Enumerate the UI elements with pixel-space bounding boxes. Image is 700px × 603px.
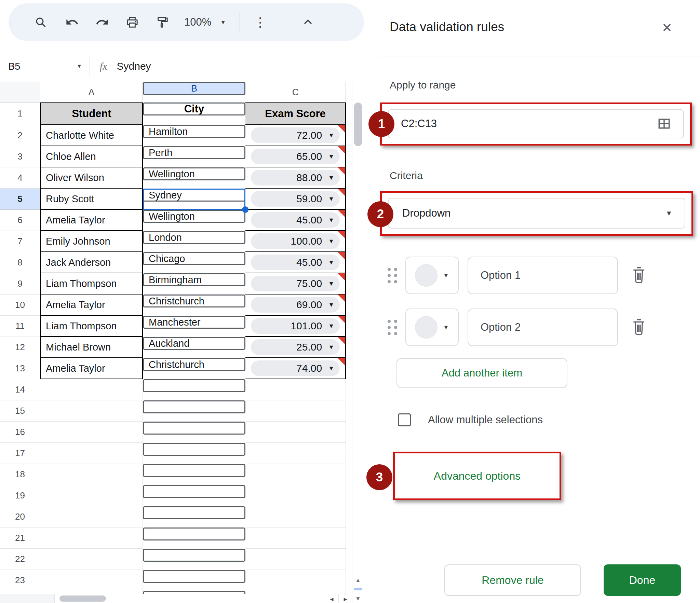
- more-options-icon[interactable]: ⋮: [253, 15, 268, 30]
- score-dropdown-chip[interactable]: 45.00▼: [251, 255, 340, 270]
- column-header-a[interactable]: A: [40, 82, 143, 102]
- empty-cell[interactable]: [40, 549, 143, 570]
- fill-handle[interactable]: [242, 206, 248, 213]
- score-dropdown-chip[interactable]: 59.00▼: [251, 191, 340, 207]
- cell-city[interactable]: Hamilton: [143, 125, 245, 138]
- row-header-2[interactable]: 2: [0, 125, 40, 146]
- cell-student[interactable]: Chloe Allen: [40, 146, 143, 167]
- empty-cell[interactable]: [143, 527, 245, 540]
- score-dropdown-chip[interactable]: 72.00▼: [251, 127, 340, 143]
- score-dropdown-chip[interactable]: 45.00▼: [251, 212, 340, 228]
- advanced-options-button[interactable]: Advanced options: [434, 470, 521, 482]
- criteria-select[interactable]: Dropdown ▼: [388, 198, 685, 229]
- score-dropdown-chip[interactable]: 69.00▼: [251, 297, 340, 313]
- empty-cell[interactable]: [245, 379, 346, 400]
- row-header-3[interactable]: 3: [0, 146, 40, 167]
- cell-score[interactable]: 88.00▼: [245, 167, 346, 189]
- header-cell-student[interactable]: Student: [40, 102, 143, 125]
- done-button[interactable]: Done: [604, 564, 681, 596]
- option-color-selector[interactable]: ▼: [405, 309, 459, 346]
- empty-cell[interactable]: [245, 527, 346, 549]
- empty-cell[interactable]: [245, 464, 346, 485]
- empty-cell[interactable]: [40, 379, 143, 400]
- row-header-21[interactable]: 21: [0, 527, 40, 549]
- empty-cell[interactable]: [40, 464, 143, 485]
- row-header-15[interactable]: 15: [0, 400, 40, 422]
- empty-cell[interactable]: [245, 485, 346, 506]
- empty-cell[interactable]: [143, 400, 245, 413]
- row-header-5[interactable]: 5: [0, 189, 40, 210]
- empty-cell[interactable]: [245, 549, 346, 570]
- empty-cell[interactable]: [40, 527, 143, 549]
- cell-city[interactable]: Wellington: [143, 210, 245, 223]
- cell-score[interactable]: 25.00▼: [245, 337, 346, 358]
- cell-student[interactable]: Emily Johnson: [40, 231, 143, 252]
- row-header-19[interactable]: 19: [0, 485, 40, 506]
- column-header-b[interactable]: B: [143, 82, 245, 95]
- cell-city[interactable]: Birmingham: [143, 273, 245, 286]
- row-header-20[interactable]: 20: [0, 506, 40, 527]
- row-header-17[interactable]: 17: [0, 443, 40, 464]
- score-dropdown-chip[interactable]: 74.00▼: [251, 360, 340, 376]
- empty-cell[interactable]: [245, 422, 346, 443]
- redo-icon[interactable]: [95, 15, 110, 30]
- cell-score[interactable]: 101.00▼: [245, 316, 346, 337]
- row-header-11[interactable]: 11: [0, 316, 40, 337]
- empty-cell[interactable]: [143, 379, 245, 392]
- row-header-22[interactable]: 22: [0, 549, 40, 570]
- empty-cell[interactable]: [143, 506, 245, 519]
- print-icon[interactable]: [125, 15, 140, 30]
- row-header-23[interactable]: 23: [0, 570, 40, 591]
- name-box-caret-icon[interactable]: ▼: [77, 63, 82, 69]
- row-header-14[interactable]: 14: [0, 379, 40, 400]
- undo-icon[interactable]: [65, 15, 80, 30]
- cell-score[interactable]: 45.00▼: [245, 210, 346, 231]
- cell-score[interactable]: 69.00▼: [245, 294, 346, 316]
- scroll-left-icon[interactable]: ◂: [325, 594, 338, 603]
- scroll-up-icon[interactable]: ▲: [352, 575, 364, 586]
- cell-city[interactable]: Christchurch: [143, 358, 245, 371]
- allow-multiple-checkbox[interactable]: [398, 413, 411, 426]
- empty-cell[interactable]: [245, 443, 346, 464]
- cell-score[interactable]: 45.00▼: [245, 252, 346, 273]
- horizontal-scrollbar-track[interactable]: [55, 594, 325, 603]
- cell-student[interactable]: Amelia Taylor: [40, 294, 143, 316]
- delete-option-icon[interactable]: [630, 317, 648, 337]
- cell-score[interactable]: 75.00▼: [245, 273, 346, 294]
- score-dropdown-chip[interactable]: 25.00▼: [251, 339, 340, 355]
- score-dropdown-chip[interactable]: 100.00▼: [251, 233, 340, 249]
- cell-city[interactable]: London: [143, 231, 245, 244]
- paint-format-icon[interactable]: [155, 15, 170, 30]
- cell-score[interactable]: 59.00▼: [245, 189, 346, 210]
- row-header-10[interactable]: 10: [0, 294, 40, 316]
- cell-city[interactable]: Chicago: [143, 252, 245, 265]
- drag-handle-icon[interactable]: [388, 268, 398, 283]
- vertical-scrollbar-thumb[interactable]: [354, 102, 362, 146]
- row-header-4[interactable]: 4: [0, 167, 40, 189]
- cell-score[interactable]: 72.00▼: [245, 125, 346, 146]
- empty-cell[interactable]: [40, 443, 143, 464]
- select-data-range-icon[interactable]: [657, 116, 672, 131]
- row-header-12[interactable]: 12: [0, 337, 40, 358]
- select-all-corner[interactable]: [0, 82, 40, 102]
- empty-cell[interactable]: [245, 506, 346, 527]
- cell-student[interactable]: Oliver Wilson: [40, 167, 143, 189]
- scroll-down-icon[interactable]: ▼: [352, 594, 364, 603]
- header-cell-city[interactable]: City: [143, 102, 245, 115]
- horizontal-scrollbar-thumb[interactable]: [59, 595, 106, 602]
- cell-student[interactable]: Liam Thompson: [40, 273, 143, 294]
- cell-student[interactable]: Amelia Taylor: [40, 210, 143, 231]
- row-header-18[interactable]: 18: [0, 464, 40, 485]
- cell-student[interactable]: Michael Brown: [40, 337, 143, 358]
- empty-cell[interactable]: [245, 570, 346, 591]
- header-cell-exam-score[interactable]: Exam Score: [245, 102, 346, 125]
- cell-score[interactable]: 100.00▼: [245, 231, 346, 252]
- cell-student[interactable]: Amelia Taylor: [40, 358, 143, 379]
- score-dropdown-chip[interactable]: 88.00▼: [251, 170, 340, 186]
- empty-cell[interactable]: [143, 485, 245, 498]
- empty-cell[interactable]: [143, 464, 245, 477]
- add-another-item-button[interactable]: Add another item: [396, 358, 567, 388]
- selected-cell-outline[interactable]: [143, 189, 245, 210]
- option-input-1[interactable]: Option 1: [468, 257, 618, 294]
- formula-input[interactable]: Sydney: [117, 60, 151, 72]
